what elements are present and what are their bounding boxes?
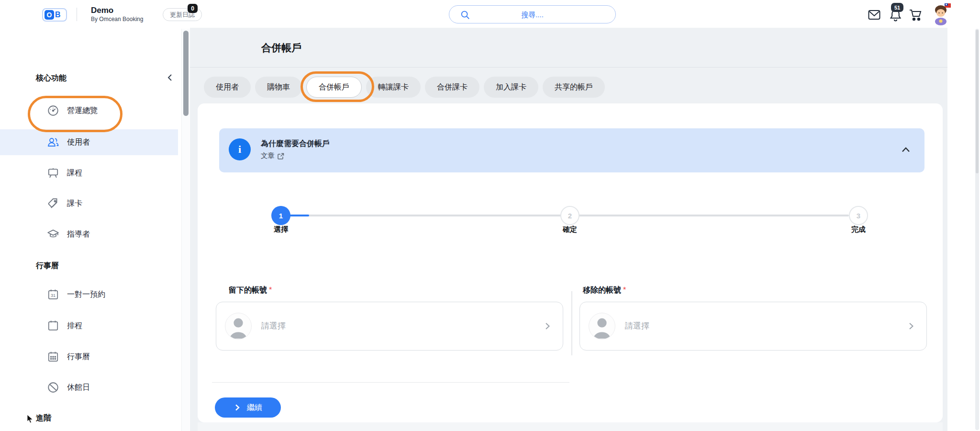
- sidebar-item-passes[interactable]: 課卡: [0, 191, 178, 216]
- sidebar-item-instructors[interactable]: 指導者: [0, 221, 178, 247]
- chevron-right-icon: [234, 404, 241, 411]
- tab-users[interactable]: 使用者: [204, 77, 251, 98]
- info-banner[interactable]: [219, 128, 924, 172]
- continue-label: 繼續: [247, 403, 262, 413]
- person-placeholder-icon: [589, 313, 615, 340]
- mail-icon: [868, 10, 880, 20]
- header-divider: [190, 67, 947, 68]
- required-asterisk: *: [623, 286, 626, 294]
- step-2-circle: 2: [560, 206, 579, 225]
- keep-account-label: 留下的帳號*: [229, 285, 272, 295]
- keep-account-placeholder: 請選擇: [261, 320, 286, 331]
- section-divider: [212, 382, 569, 383]
- sidebar-item-scheduling[interactable]: 排程: [0, 313, 178, 339]
- tab-bar: 使用者 購物車 合併帳戶 轉讓課卡 合併課卡 加入課卡 共享的帳戶: [204, 77, 605, 98]
- page-title: 合併帳戶: [261, 41, 301, 55]
- sidebar-item-overview[interactable]: 營運總覽: [0, 98, 178, 124]
- sidebar-scrollbar-track: [181, 29, 189, 431]
- required-asterisk: *: [269, 286, 272, 294]
- sidebar-item-label: 營運總覽: [67, 106, 98, 116]
- notification-count-badge: 51: [891, 3, 903, 12]
- prohibition-icon: [47, 381, 59, 394]
- global-search: [449, 5, 616, 23]
- graduation-cap-icon: [47, 228, 59, 240]
- calendar-blank-icon: [47, 319, 59, 332]
- column-divider: [571, 291, 572, 355]
- sidebar-scrollbar-thumb[interactable]: [183, 31, 189, 116]
- tab-transfer-pass[interactable]: 轉讓課卡: [366, 77, 421, 98]
- sidebar-item-one-on-one[interactable]: 31 一對一預約: [0, 282, 178, 307]
- search-input[interactable]: [449, 6, 615, 23]
- sidebar-item-label: 休館日: [67, 383, 90, 393]
- card-bottom-strip: [198, 422, 943, 431]
- step-2-label: 確定: [563, 225, 577, 234]
- calendar-dots-icon: [47, 351, 59, 363]
- remove-account-label: 移除的帳號*: [583, 285, 626, 295]
- avatar-illustration: [931, 3, 952, 26]
- user-avatar[interactable]: [931, 3, 952, 26]
- banner-collapse-button[interactable]: [900, 144, 912, 156]
- logo-b-letter: B: [55, 11, 61, 19]
- sidebar-item-label: 指導者: [67, 229, 90, 239]
- chevron-right-icon: [543, 321, 552, 331]
- mouse-cursor: [27, 415, 33, 423]
- sidebar-item-courses[interactable]: 課程: [0, 160, 178, 186]
- step-3-circle: 3: [849, 206, 868, 225]
- external-link-icon: [278, 153, 284, 159]
- logo-o-tile: O: [45, 10, 54, 20]
- sidebar-collapse-button[interactable]: [166, 73, 175, 83]
- keep-account-selector[interactable]: 請選擇: [216, 302, 563, 351]
- sidebar-item-users[interactable]: 使用者: [0, 129, 178, 155]
- app-logo[interactable]: O B: [42, 8, 67, 22]
- sidebar: 核心功能 營運總覽 使用者 課程 課卡 指導者 行事曆 31: [0, 28, 181, 431]
- cart-icon: [908, 8, 923, 22]
- sidebar-item-label: 課卡: [67, 199, 82, 209]
- changelog-count-badge: 0: [188, 4, 198, 13]
- sidebar-item-label: 使用者: [67, 137, 90, 147]
- svg-text:31: 31: [51, 293, 56, 298]
- continue-button[interactable]: 繼續: [215, 397, 281, 418]
- step-1-circle: 1: [271, 206, 290, 225]
- step-3-label: 完成: [851, 225, 866, 234]
- tag-icon: [47, 197, 59, 210]
- sidebar-section-core: 核心功能: [36, 73, 67, 83]
- step-1-label: 選擇: [274, 225, 288, 234]
- gauge-icon: [47, 104, 59, 117]
- tab-join-pass[interactable]: 加入課卡: [484, 77, 538, 98]
- sidebar-item-label: 排程: [67, 321, 82, 331]
- calendar-31-icon: 31: [47, 288, 59, 301]
- topbar-divider: [77, 8, 77, 21]
- sidebar-section-advanced: 進階: [36, 413, 51, 423]
- banner-link-label: 文章: [261, 151, 275, 160]
- banner-title: 為什麼需要合併帳戶: [261, 139, 330, 149]
- workspace-title: Demo: [91, 6, 113, 15]
- chevron-right-icon: [906, 321, 916, 331]
- easel-icon: [47, 167, 59, 179]
- sidebar-section-calendar: 行事曆: [36, 261, 59, 271]
- mail-button[interactable]: [867, 8, 881, 22]
- banner-article-link[interactable]: 文章: [261, 151, 284, 160]
- sidebar-item-closed-days[interactable]: 休館日: [0, 374, 178, 400]
- window-scrollbar-thumb[interactable]: [976, 30, 979, 173]
- info-icon: i: [229, 138, 251, 160]
- top-bar: O B Demo By Omcean Booking 更新日誌 0 51: [0, 0, 980, 28]
- tab-cart[interactable]: 購物車: [255, 77, 302, 98]
- workspace-subtitle: By Omcean Booking: [91, 16, 143, 23]
- sidebar-item-label: 課程: [67, 168, 82, 178]
- tab-merge-pass[interactable]: 合併課卡: [425, 77, 479, 98]
- sidebar-item-calendar[interactable]: 行事曆: [0, 344, 178, 370]
- remove-account-selector[interactable]: 請選擇: [579, 302, 927, 351]
- chevron-up-icon: [900, 144, 912, 156]
- users-icon: [47, 136, 59, 148]
- sidebar-item-label: 行事曆: [67, 352, 90, 362]
- search-icon: [460, 10, 470, 20]
- person-placeholder-icon: [225, 313, 252, 340]
- tab-shared-accounts[interactable]: 共享的帳戶: [543, 77, 605, 98]
- sidebar-item-label: 一對一預約: [67, 290, 105, 300]
- remove-account-placeholder: 請選擇: [625, 320, 649, 331]
- cart-button[interactable]: [908, 8, 923, 22]
- chevron-left-icon: [166, 73, 174, 82]
- tab-merge-accounts[interactable]: 合併帳戶: [306, 77, 362, 98]
- window-scrollbar-track: [975, 29, 979, 430]
